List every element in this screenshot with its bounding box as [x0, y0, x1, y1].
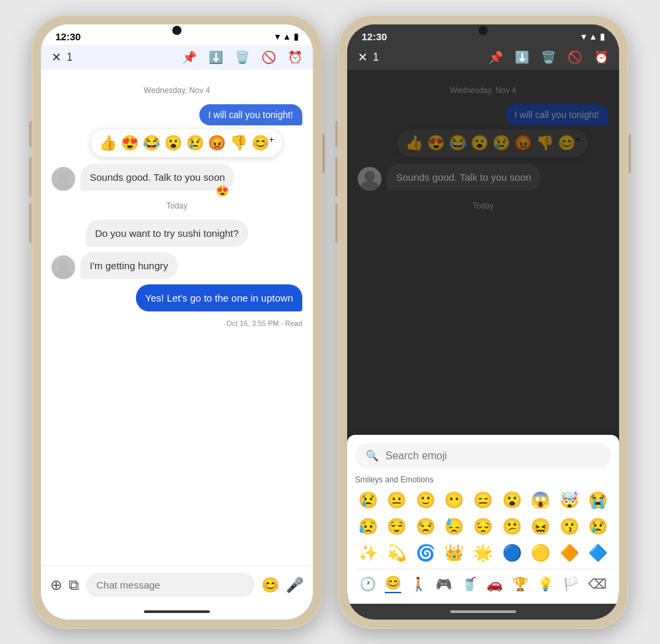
objects-tab[interactable]: 🏆: [512, 576, 529, 592]
bubble-sushi: Do you want to try sushi tonight?: [86, 220, 248, 247]
phone-1-screen: 12:30 ▾ ▲ ▮ ✕ 1 📌 ⬇️ 🗑️ 🚫 ⏰: [41, 24, 313, 620]
emoji-12[interactable]: 😒: [412, 516, 439, 537]
reaction-cry[interactable]: 😢: [186, 135, 204, 152]
archive-icon-2[interactable]: ⬇️: [515, 50, 529, 65]
emoji-search-bar[interactable]: 🔍: [355, 443, 611, 468]
emoji-22[interactable]: 👑: [442, 542, 468, 564]
add-button-1[interactable]: ⊕: [50, 577, 62, 594]
food-tab[interactable]: 🥤: [461, 576, 478, 592]
emoji-11[interactable]: 😌: [384, 516, 411, 537]
emoji-9[interactable]: 😭: [585, 490, 611, 511]
snooze-icon-2[interactable]: ⏰: [594, 50, 609, 65]
camera-notch-2: [478, 26, 488, 35]
phone-2: 12:30 ▾ ▲ ▮ ✕ 1 📌 ⬇️ 🗑️ 🚫 ⏰: [338, 15, 628, 629]
emoji-search-input[interactable]: [385, 450, 601, 462]
reaction-thumbsdown-2[interactable]: 👎: [536, 135, 554, 152]
chat-area-2: Wednesday, Nov 4 I will call you tonight…: [347, 70, 619, 435]
flags-tab[interactable]: 🏳️: [563, 576, 579, 592]
emoji-1[interactable]: 😢: [355, 490, 381, 511]
svg-point-1: [54, 181, 73, 191]
emoji-10[interactable]: 😥: [355, 516, 381, 537]
block-icon-2[interactable]: 🚫: [568, 50, 582, 65]
action-bar-1: ✕ 1 📌 ⬇️ 🗑️ 🚫 ⏰: [41, 45, 313, 70]
snooze-icon[interactable]: ⏰: [288, 50, 302, 65]
close-button-1[interactable]: ✕: [51, 50, 61, 65]
add-reaction-button-2[interactable]: 😊+: [558, 135, 580, 152]
svg-point-3: [54, 269, 73, 279]
travel-tab[interactable]: 🚗: [486, 576, 503, 592]
smiley-tab active-tab[interactable]: 😊: [385, 575, 401, 593]
symbols-tab[interactable]: 💡: [537, 576, 554, 592]
emoji-25[interactable]: 🟡: [527, 542, 554, 564]
selection-count-1: 1: [67, 51, 73, 63]
emoji-17[interactable]: 😗: [556, 516, 583, 537]
avatar-1: [51, 167, 75, 191]
recent-tab[interactable]: 🕐: [360, 576, 376, 592]
reaction-thumbsdown[interactable]: 👎: [230, 135, 248, 152]
emoji-button-1[interactable]: 😊: [261, 577, 279, 594]
date-label-today-1: Today: [51, 201, 302, 210]
emoji-3[interactable]: 🙂: [412, 490, 439, 511]
emoji-15[interactable]: 😕: [499, 516, 525, 537]
emoji-18[interactable]: 😢: [585, 516, 611, 537]
message-row-incoming-1: Sounds good. Talk to you soon 😍: [51, 164, 302, 191]
reaction-heart-eyes-2[interactable]: 😍: [427, 135, 445, 152]
phone-2-screen: 12:30 ▾ ▲ ▮ ✕ 1 📌 ⬇️ 🗑️ 🚫 ⏰: [347, 24, 619, 620]
bubble-hungry: I'm getting hungry: [81, 252, 178, 279]
action-bar-2: ✕ 1 📌 ⬇️ 🗑️ 🚫 ⏰: [347, 45, 619, 70]
reaction-cry-2[interactable]: 😢: [492, 135, 510, 152]
reaction-angry-2[interactable]: 😡: [514, 135, 532, 152]
block-icon[interactable]: 🚫: [261, 50, 276, 65]
delete-icon-2[interactable]: 🗑️: [541, 50, 556, 65]
reaction-angry[interactable]: 😡: [208, 135, 226, 152]
reaction-surprised[interactable]: 😮: [164, 135, 182, 152]
emoji-23[interactable]: 🌟: [470, 542, 496, 564]
svg-point-4: [364, 171, 375, 181]
people-tab[interactable]: 🚶: [411, 576, 427, 592]
message-input-1[interactable]: [86, 573, 255, 597]
input-bar-1: ⊕ ⧉ 😊 🎤: [41, 565, 313, 604]
status-time-1: 12:30: [55, 31, 81, 42]
emoji-4[interactable]: 😶: [442, 490, 468, 511]
emoji-7[interactable]: 😱: [527, 490, 554, 511]
emoji-bottom-bar: 🕐 😊 🚶 🎮 🥤 🚗 🏆 💡 🏳️ ⌫: [355, 569, 611, 596]
pin-icon-2[interactable]: 📌: [488, 50, 503, 65]
reaction-laugh-2[interactable]: 😂: [449, 135, 467, 152]
attach-button-1[interactable]: ⧉: [69, 577, 79, 594]
emoji-16[interactable]: 😖: [527, 516, 554, 537]
avatar-2: [51, 255, 75, 279]
emoji-27[interactable]: 🔷: [585, 542, 611, 564]
emoji-26[interactable]: 🔶: [556, 542, 583, 564]
emoji-20[interactable]: 💫: [384, 542, 411, 564]
backspace-button[interactable]: ⌫: [588, 576, 607, 592]
date-label-today-2: Today: [358, 201, 609, 210]
reaction-surprised-2[interactable]: 😮: [471, 135, 488, 152]
chat-area-1: Wednesday, Nov 4 I will call you tonight…: [41, 70, 313, 565]
activities-tab[interactable]: 🎮: [436, 576, 452, 592]
home-indicator-1: [144, 610, 210, 613]
emoji-2[interactable]: 😐: [384, 490, 411, 511]
emoji-19[interactable]: ✨: [355, 542, 381, 564]
delete-icon[interactable]: 🗑️: [235, 50, 249, 65]
reaction-thumbsup[interactable]: 👍: [99, 135, 117, 152]
emoji-13[interactable]: 😓: [442, 516, 468, 537]
archive-icon[interactable]: ⬇️: [209, 50, 223, 65]
message-meta: Oct 16, 3:55 PM · Read: [51, 319, 302, 327]
reaction-laugh[interactable]: 😂: [143, 135, 160, 152]
emoji-21[interactable]: 🌀: [412, 542, 439, 564]
close-button-2[interactable]: ✕: [358, 50, 368, 65]
mic-button-1[interactable]: 🎤: [286, 577, 304, 594]
reaction-heart-eyes[interactable]: 😍: [121, 135, 139, 152]
emoji-14[interactable]: 😔: [470, 516, 496, 537]
emoji-6[interactable]: 😮: [499, 490, 525, 511]
add-reaction-button[interactable]: 😊+: [251, 135, 274, 152]
message-row-uptown: Yes! Let's go to the one in uptown: [51, 284, 302, 311]
home-bar-2: [347, 604, 619, 620]
home-indicator-2: [450, 610, 516, 613]
emoji-24[interactable]: 🔵: [499, 542, 525, 564]
status-icons-2: ▾ ▲ ▮: [581, 32, 605, 42]
emoji-5[interactable]: 😑: [470, 490, 496, 511]
reaction-thumbsup-2[interactable]: 👍: [405, 135, 423, 152]
pin-icon[interactable]: 📌: [182, 50, 197, 65]
emoji-8[interactable]: 🤯: [556, 490, 583, 511]
